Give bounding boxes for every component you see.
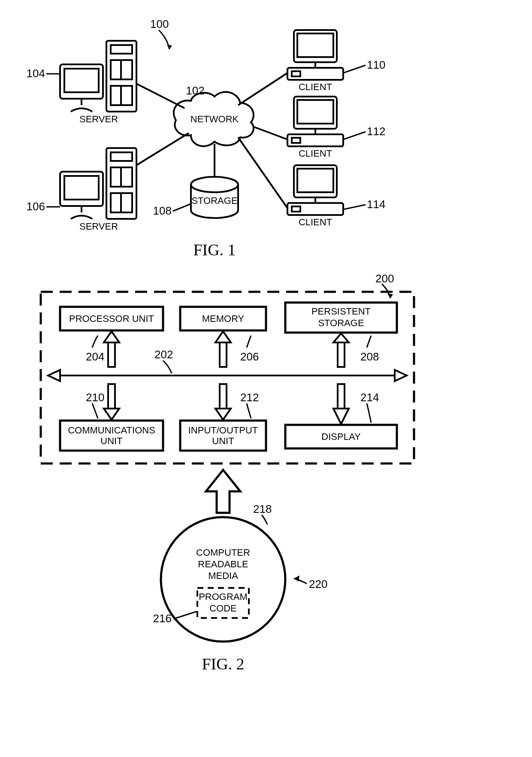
ref-208: 208 bbox=[360, 350, 379, 363]
svg-line-43 bbox=[173, 204, 191, 211]
svg-rect-26 bbox=[292, 71, 300, 76]
ref-114: 114 bbox=[367, 198, 385, 211]
svg-rect-29 bbox=[297, 100, 333, 124]
persistent-l1: PERSISTENT bbox=[311, 306, 371, 317]
figure-1: NETWORK STORAGE SERVER bbox=[27, 18, 386, 259]
svg-rect-35 bbox=[297, 169, 333, 192]
client-1-icon bbox=[287, 30, 343, 80]
svg-marker-64 bbox=[294, 575, 299, 581]
svg-rect-50 bbox=[108, 341, 115, 367]
ref-204: 204 bbox=[86, 350, 104, 363]
server-2-label: SERVER bbox=[79, 221, 118, 232]
svg-line-39 bbox=[238, 137, 287, 208]
svg-rect-60 bbox=[338, 384, 345, 410]
svg-rect-9 bbox=[64, 69, 99, 92]
ref-200: 200 bbox=[375, 272, 394, 285]
code-l1: PROGRAM bbox=[199, 591, 248, 602]
fig2-title: FIG. 2 bbox=[202, 655, 244, 673]
client-3-label: CLIENT bbox=[299, 217, 332, 227]
ref-106: 106 bbox=[27, 200, 45, 213]
ref-210: 210 bbox=[86, 391, 104, 404]
ref-100: 100 bbox=[150, 18, 169, 30]
svg-marker-51 bbox=[104, 331, 119, 342]
server-2-icon bbox=[60, 148, 136, 219]
svg-line-27 bbox=[238, 73, 287, 105]
svg-marker-59 bbox=[333, 333, 349, 342]
svg-line-45 bbox=[343, 132, 366, 139]
svg-marker-48 bbox=[48, 370, 60, 381]
comm-l1: COMMUNICATIONS bbox=[68, 425, 155, 436]
svg-rect-38 bbox=[292, 206, 300, 212]
media-arrow-icon bbox=[206, 470, 240, 513]
svg-rect-32 bbox=[292, 138, 300, 143]
bus-arrow-icon bbox=[48, 370, 407, 381]
ref-212: 212 bbox=[240, 391, 259, 404]
ref-112: 112 bbox=[367, 125, 385, 138]
ref-202: 202 bbox=[154, 348, 173, 361]
ref-108: 108 bbox=[153, 204, 172, 217]
media-l2: READABLE bbox=[198, 559, 248, 569]
svg-rect-58 bbox=[338, 341, 345, 367]
svg-rect-56 bbox=[220, 384, 227, 410]
display-label: DISPLAY bbox=[321, 431, 361, 442]
svg-rect-19 bbox=[64, 176, 99, 200]
svg-marker-40 bbox=[167, 45, 172, 49]
media-l1: COMPUTER bbox=[196, 547, 250, 558]
svg-rect-54 bbox=[220, 341, 227, 367]
svg-line-33 bbox=[253, 127, 287, 139]
svg-marker-57 bbox=[215, 409, 231, 420]
media-l3: MEDIA bbox=[208, 570, 238, 581]
svg-marker-62 bbox=[387, 294, 393, 298]
io-l2: UNIT bbox=[212, 436, 234, 446]
server-1-icon bbox=[60, 41, 136, 112]
storage-label: STORAGE bbox=[191, 195, 237, 206]
ref-102: 102 bbox=[186, 84, 204, 97]
svg-marker-63 bbox=[206, 470, 240, 513]
ref-214: 214 bbox=[360, 391, 379, 404]
svg-rect-23 bbox=[297, 33, 333, 57]
svg-rect-13 bbox=[111, 152, 132, 161]
ref-206: 206 bbox=[240, 350, 259, 363]
ref-110: 110 bbox=[367, 58, 385, 71]
svg-marker-61 bbox=[333, 409, 349, 424]
svg-line-46 bbox=[343, 205, 366, 209]
svg-line-21 bbox=[136, 133, 189, 165]
svg-rect-52 bbox=[108, 384, 115, 410]
fig1-title: FIG. 1 bbox=[193, 241, 236, 259]
client-2-label: CLIENT bbox=[299, 148, 332, 159]
server-1-label: SERVER bbox=[79, 114, 118, 124]
figure-2: PROCESSOR UNIT MEMORY PERSISTENT STORAGE… bbox=[41, 272, 414, 673]
persistent-l2: STORAGE bbox=[318, 318, 364, 328]
ref-218: 218 bbox=[253, 503, 272, 515]
memory-label: MEMORY bbox=[202, 313, 245, 324]
comm-l2: UNIT bbox=[100, 436, 122, 446]
client-2-icon bbox=[287, 97, 343, 146]
svg-line-11 bbox=[136, 84, 184, 108]
client-3-icon bbox=[287, 165, 343, 215]
io-l1: INPUT/OUTPUT bbox=[188, 425, 258, 436]
client-1-label: CLIENT bbox=[299, 82, 332, 92]
ref-104: 104 bbox=[27, 67, 45, 80]
processor-label: PROCESSOR UNIT bbox=[69, 313, 154, 324]
ref-216: 216 bbox=[153, 612, 172, 625]
code-l2: CODE bbox=[209, 603, 237, 614]
ref-220: 220 bbox=[309, 578, 327, 590]
svg-marker-49 bbox=[395, 370, 407, 381]
svg-line-44 bbox=[343, 65, 366, 73]
svg-marker-55 bbox=[215, 331, 231, 342]
svg-marker-53 bbox=[104, 409, 119, 420]
network-label: NETWORK bbox=[190, 114, 239, 124]
svg-rect-3 bbox=[111, 45, 132, 54]
